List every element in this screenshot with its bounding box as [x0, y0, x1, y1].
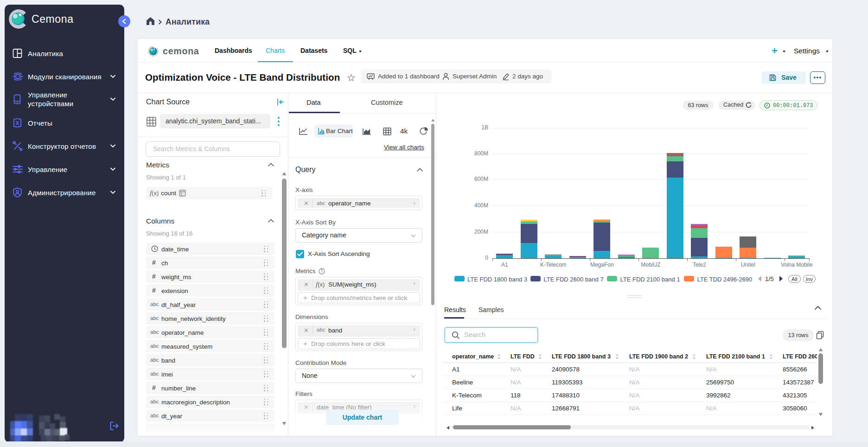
svg-text:X: X — [15, 120, 19, 127]
